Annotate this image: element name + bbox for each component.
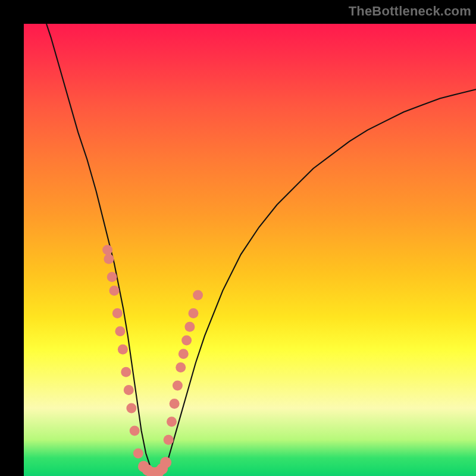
data-point — [115, 326, 125, 336]
data-point — [109, 286, 120, 296]
data-point — [124, 385, 134, 395]
data-point — [176, 362, 186, 372]
data-point — [130, 426, 140, 436]
chart-frame: TheBottleneck.com — [0, 0, 476, 476]
data-point — [184, 322, 195, 332]
chart-svg — [24, 24, 476, 476]
data-point — [133, 449, 143, 459]
data-point — [193, 290, 203, 300]
data-point — [104, 254, 114, 264]
data-point — [118, 345, 128, 355]
data-point — [178, 349, 189, 359]
data-point — [167, 416, 177, 427]
data-point — [181, 336, 192, 346]
data-point — [121, 367, 131, 377]
dot-cluster-bowl — [138, 457, 171, 476]
data-point — [164, 435, 174, 445]
dot-cluster-left — [102, 245, 143, 459]
data-point — [189, 308, 199, 318]
data-point — [173, 381, 183, 391]
watermark-text: TheBottleneck.com — [349, 4, 471, 19]
data-point — [170, 399, 180, 409]
data-point — [102, 245, 112, 255]
data-point — [107, 272, 117, 282]
data-point — [160, 457, 171, 468]
dot-cluster-right — [164, 290, 203, 445]
data-point — [126, 403, 136, 414]
data-point — [112, 308, 123, 318]
